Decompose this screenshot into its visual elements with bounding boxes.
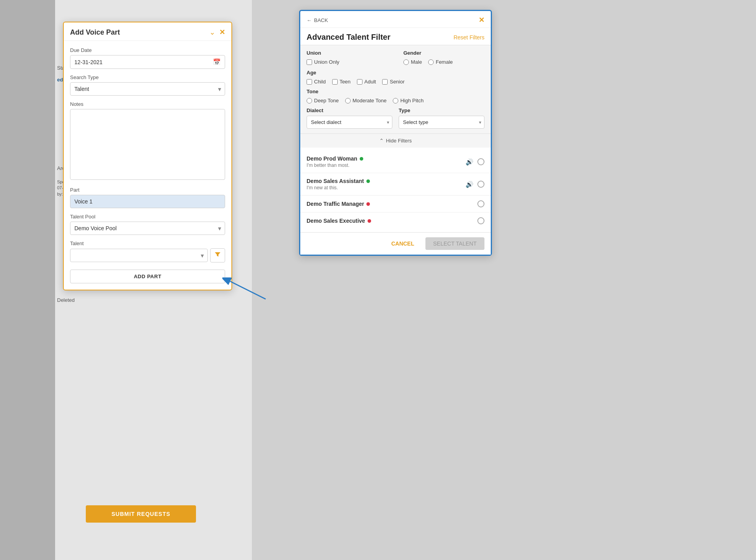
union-checkbox-row: Union Only xyxy=(307,59,388,65)
back-arrow-icon: ← xyxy=(307,17,312,23)
senior-item[interactable]: Senior xyxy=(382,79,405,85)
submit-requests-button[interactable]: SUBMIT REQUESTS xyxy=(86,505,196,523)
type-dropdown-inner: Select type xyxy=(399,116,484,129)
status-dot-red xyxy=(368,219,371,223)
talent-radio-circle[interactable] xyxy=(477,158,484,165)
female-radio-item[interactable]: Female xyxy=(428,59,453,65)
adult-item[interactable]: Adult xyxy=(357,79,376,85)
collapse-icon[interactable]: ⌄ xyxy=(209,28,215,37)
talent-item-right: 🔊 xyxy=(466,181,484,188)
talent-label: Talent xyxy=(70,240,225,246)
dialect-dropdown-inner: Select dialect xyxy=(307,116,392,129)
talent-list-item[interactable]: Demo Prod Woman I'm better than most. 🔊 xyxy=(300,151,491,173)
chevron-up-icon: ⌃ xyxy=(379,138,384,144)
gender-label: Gender xyxy=(403,50,484,56)
status-dot-red xyxy=(366,202,370,206)
talent-radio-circle[interactable] xyxy=(477,181,484,188)
moderate-tone-radio[interactable] xyxy=(345,98,351,103)
high-pitch-item[interactable]: High Pitch xyxy=(393,98,423,103)
senior-label: Senior xyxy=(390,79,405,85)
type-select[interactable]: Select type xyxy=(399,116,484,129)
moderate-tone-item[interactable]: Moderate Tone xyxy=(345,98,387,103)
male-radio-item[interactable]: Male xyxy=(403,59,422,65)
deep-tone-radio[interactable] xyxy=(307,98,312,103)
filter-panel-title: Advanced Talent Filter xyxy=(307,33,390,42)
notes-label: Notes xyxy=(70,101,225,107)
talent-list-item[interactable]: Demo Sales Assistant I'm new at this. 🔊 xyxy=(300,173,491,196)
filter-section: Union Union Only Gender Male xyxy=(300,45,491,133)
union-only-checkbox[interactable] xyxy=(307,59,312,65)
reset-filters-link[interactable]: Reset Filters xyxy=(453,34,484,41)
high-pitch-label: High Pitch xyxy=(400,98,423,103)
filter-close-icon[interactable]: ✕ xyxy=(479,16,484,24)
talent-name-text: Demo Sales Assistant xyxy=(307,178,364,184)
part-input[interactable] xyxy=(70,195,225,208)
modal-header: Add Voice Part ⌄ ✕ xyxy=(64,22,231,41)
child-label: Child xyxy=(314,79,326,85)
dialect-dropdown-wrap: Dialect Select dialect xyxy=(307,107,392,129)
adult-label: Adult xyxy=(364,79,376,85)
union-gender-row: Union Union Only Gender Male xyxy=(307,50,484,65)
speaker-icon[interactable]: 🔊 xyxy=(466,158,473,166)
union-only-item[interactable]: Union Only xyxy=(307,59,339,65)
talent-item-name: Demo Sales Executive xyxy=(307,218,477,224)
talent-item-left: Demo Sales Assistant I'm new at this. xyxy=(307,178,466,190)
talent-item-name: Demo Sales Assistant xyxy=(307,178,466,184)
part-label: Part xyxy=(70,187,225,193)
select-talent-button[interactable]: SELECT TALENT xyxy=(425,237,484,250)
hide-filters-row[interactable]: ⌃ Hide Filters xyxy=(300,133,491,148)
sidebar xyxy=(0,0,55,560)
high-pitch-radio[interactable] xyxy=(393,98,398,103)
moderate-tone-label: Moderate Tone xyxy=(353,98,387,103)
hide-filters-button[interactable]: ⌃ Hide Filters xyxy=(379,138,412,144)
modal-title: Add Voice Part xyxy=(70,28,120,37)
due-date-input-wrap[interactable]: 📅 xyxy=(70,55,225,69)
child-item[interactable]: Child xyxy=(307,79,326,85)
senior-checkbox[interactable] xyxy=(382,79,388,85)
age-checkbox-row: Child Teen Adult Senior xyxy=(307,79,484,85)
type-label: Type xyxy=(399,107,484,113)
tone-row: Tone Deep Tone Moderate Tone High Pitch xyxy=(307,89,484,103)
gender-radio-row: Male Female xyxy=(403,59,484,65)
cancel-button[interactable]: CANCEL xyxy=(385,237,420,250)
deleted-label: Deleted xyxy=(57,297,75,303)
search-type-select[interactable]: Talent xyxy=(70,82,225,96)
talent-radio-circle[interactable] xyxy=(477,217,484,224)
advanced-talent-filter-panel: ← BACK ✕ Advanced Talent Filter Reset Fi… xyxy=(299,10,492,256)
teen-checkbox[interactable] xyxy=(332,79,338,85)
search-type-label: Search Type xyxy=(70,74,225,80)
talent-item-right xyxy=(477,200,484,207)
teen-label: Teen xyxy=(340,79,351,85)
due-date-label: Due Date xyxy=(70,47,225,53)
talent-list-item[interactable]: Demo Sales Executive xyxy=(300,213,491,229)
dialect-select[interactable]: Select dialect xyxy=(307,116,392,129)
status-dot-green xyxy=(366,179,370,183)
talent-item-left: Demo Sales Executive xyxy=(307,218,477,224)
talent-pool-select[interactable]: Demo Voice Pool xyxy=(70,222,225,235)
child-checkbox[interactable] xyxy=(307,79,312,85)
status-dot-green xyxy=(360,157,363,161)
male-radio[interactable] xyxy=(403,59,409,65)
talent-name-text: Demo Sales Executive xyxy=(307,218,365,224)
dialect-type-row: Dialect Select dialect Type Select type xyxy=(307,107,484,129)
female-radio[interactable] xyxy=(428,59,434,65)
filter-panel-footer: CANCEL SELECT TALENT xyxy=(300,232,491,255)
close-modal-icon[interactable]: ✕ xyxy=(219,28,225,37)
filter-button[interactable] xyxy=(210,248,225,262)
teen-item[interactable]: Teen xyxy=(332,79,351,85)
notes-textarea[interactable] xyxy=(70,109,225,180)
talent-select[interactable] xyxy=(70,249,208,262)
adult-checkbox[interactable] xyxy=(357,79,362,85)
talent-select-wrap xyxy=(70,249,208,262)
talent-radio-circle[interactable] xyxy=(477,200,484,207)
talent-list-item[interactable]: Demo Traffic Manager xyxy=(300,196,491,213)
union-col: Union Union Only xyxy=(307,50,388,65)
due-date-input[interactable] xyxy=(74,59,213,65)
talent-item-name: Demo Traffic Manager xyxy=(307,201,477,207)
back-link[interactable]: ← BACK xyxy=(307,17,328,23)
speaker-icon[interactable]: 🔊 xyxy=(466,181,473,188)
deep-tone-item[interactable]: Deep Tone xyxy=(307,98,339,103)
search-type-group: Search Type Talent xyxy=(70,74,225,96)
add-part-button[interactable]: ADD PART xyxy=(70,270,225,283)
talent-item-sub: I'm new at this. xyxy=(307,185,466,190)
